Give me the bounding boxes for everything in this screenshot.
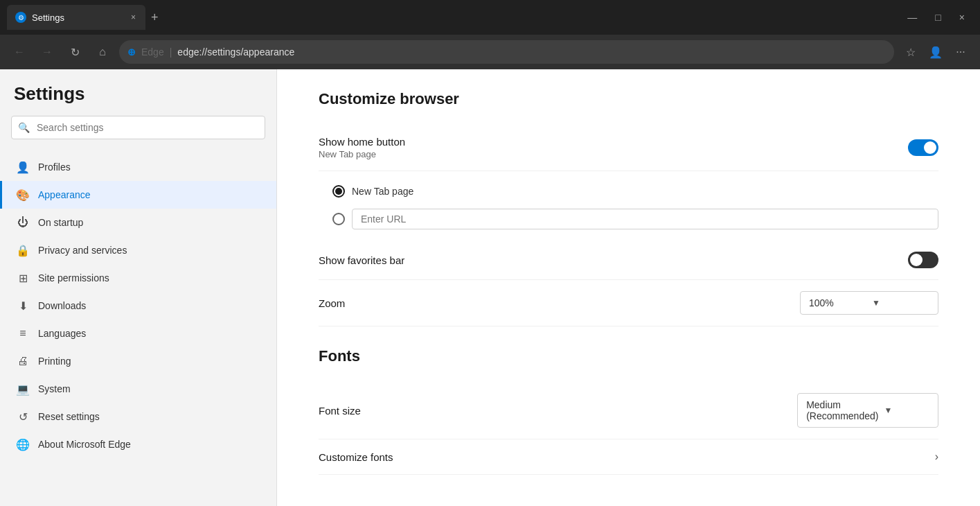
new-tab-button[interactable]: + [145,8,164,28]
nav-label-profiles: Profiles [38,162,71,173]
nav-items: 👤 Profiles 🎨 Appearance ⏻ On startup 🔒 P… [0,153,276,458]
font-size-dropdown-arrow: ▼ [884,405,929,415]
nav-label-site-permissions: Site permissions [38,272,109,283]
more-button[interactable]: ··· [950,41,972,63]
search-icon: 🔍 [18,122,30,133]
sidebar-item-on-startup[interactable]: ⏻ On startup [0,209,276,236]
address-bar[interactable]: ⊕ Edge | edge://settings/appearance [119,40,894,64]
nav-icon-downloads: ⬇ [16,299,30,313]
tab-favicon: ⚙ [15,12,26,23]
sidebar-item-privacy[interactable]: 🔒 Privacy and services [0,236,276,264]
home-button-label-group: Show home button New Tab page [319,136,405,159]
nav-label-system: System [38,383,71,394]
settings-area: Customize browser Show home button New T… [277,69,980,506]
address-label: Edge [141,46,164,58]
sidebar-item-printing[interactable]: 🖨 Printing [0,347,276,375]
profile-button[interactable]: 👤 [925,41,947,63]
home-button[interactable]: ⌂ [91,41,114,63]
zoom-value: 100% [809,297,866,308]
zoom-dropdown-arrow: ▼ [872,298,929,308]
home-button-row: Show home button New Tab page [319,125,938,171]
zoom-label: Zoom [319,297,345,309]
search-box: 🔍 [11,116,265,139]
custom-url-radio[interactable] [332,213,345,225]
tab-close-button[interactable]: × [130,11,137,24]
nav-icon-on-startup: ⏻ [16,216,30,229]
nav-label-privacy: Privacy and services [38,245,127,256]
nav-icon-languages: ≡ [16,326,30,340]
new-tab-radio[interactable] [332,185,345,198]
nav-icon-profiles: 👤 [16,160,30,174]
font-size-label: Font size [319,405,361,417]
nav-icon-reset: ↺ [16,410,30,424]
nav-label-appearance: Appearance [38,189,91,200]
zoom-dropdown[interactable]: 100% ▼ [800,291,938,315]
sidebar-item-appearance[interactable]: 🎨 Appearance [0,181,276,209]
nav-label-on-startup: On startup [38,217,83,228]
nav-icon-site-permissions: ⊞ [16,271,30,285]
sidebar-item-profiles[interactable]: 👤 Profiles [0,153,276,181]
nav-actions: ☆ 👤 ··· [900,41,972,63]
zoom-row: Zoom 100% ▼ [319,280,938,326]
sidebar-title: Settings [0,83,276,116]
nav-label-languages: Languages [38,328,86,339]
customize-fonts-label: Customize fonts [319,451,393,463]
home-button-toggle[interactable] [908,139,938,156]
sidebar-item-downloads[interactable]: ⬇ Downloads [0,292,276,320]
home-button-toggle-slider [908,139,938,156]
sidebar-item-about[interactable]: 🌐 About Microsoft Edge [0,430,276,458]
home-button-label: Show home button [319,136,405,148]
refresh-button[interactable]: ↻ [64,41,86,63]
close-button[interactable]: × [951,8,973,27]
section-title: Customize browser [319,90,938,108]
fonts-section: Fonts Font size Medium (Recommended) ▼ C… [319,347,938,475]
navbar: ← → ↻ ⌂ ⊕ Edge | edge://settings/appeara… [0,35,980,69]
custom-url-option[interactable] [332,203,938,235]
fonts-title: Fonts [319,347,938,365]
edge-icon: ⊕ [127,46,136,58]
favorites-bar-toggle-slider [908,252,938,268]
favorites-bar-label: Show favorites bar [319,254,404,266]
nav-icon-system: 💻 [16,382,30,396]
nav-icon-privacy: 🔒 [16,243,30,257]
new-tab-label: New Tab page [352,186,413,197]
home-button-options: New Tab page [319,171,938,241]
new-tab-option[interactable]: New Tab page [332,180,938,203]
sidebar-item-system[interactable]: 💻 System [0,375,276,403]
address-separator: | [170,46,172,58]
maximize-button[interactable]: □ [927,8,949,27]
forward-button[interactable]: → [36,41,58,63]
minimize-button[interactable]: — [899,8,925,27]
nav-icon-appearance: 🎨 [16,188,30,202]
address-text: edge://settings/appearance [177,46,294,58]
nav-label-downloads: Downloads [38,300,86,311]
search-input[interactable] [11,116,265,139]
window-controls: — □ × [899,8,973,27]
font-size-dropdown[interactable]: Medium (Recommended) ▼ [797,393,938,428]
sidebar-item-reset[interactable]: ↺ Reset settings [0,403,276,430]
url-input[interactable] [352,209,938,229]
nav-label-printing: Printing [38,356,71,367]
customize-fonts-row[interactable]: Customize fonts › [319,439,938,475]
main-content: Settings 🔍 👤 Profiles 🎨 Appearance ⏻ On … [0,69,980,506]
font-size-value: Medium (Recommended) [806,399,878,421]
settings-tab[interactable]: ⚙ Settings × [7,5,145,30]
favorite-button[interactable]: ☆ [900,41,922,63]
titlebar: ⚙ Settings × + — □ × [0,0,980,35]
tab-area: ⚙ Settings × + [7,5,893,30]
sidebar: Settings 🔍 👤 Profiles 🎨 Appearance ⏻ On … [0,69,277,506]
nav-icon-about: 🌐 [16,437,30,451]
tab-title: Settings [32,12,124,23]
home-button-sublabel: New Tab page [319,149,405,159]
favorites-bar-row: Show favorites bar [319,241,938,280]
nav-label-reset: Reset settings [38,411,100,422]
back-button[interactable]: ← [8,41,30,63]
font-size-row: Font size Medium (Recommended) ▼ [319,382,938,439]
nav-icon-printing: 🖨 [16,354,30,368]
customize-fonts-chevron: › [935,451,938,463]
sidebar-item-languages[interactable]: ≡ Languages [0,320,276,347]
nav-label-about: About Microsoft Edge [38,439,131,450]
favorites-bar-toggle[interactable] [908,252,938,268]
sidebar-item-site-permissions[interactable]: ⊞ Site permissions [0,264,276,292]
